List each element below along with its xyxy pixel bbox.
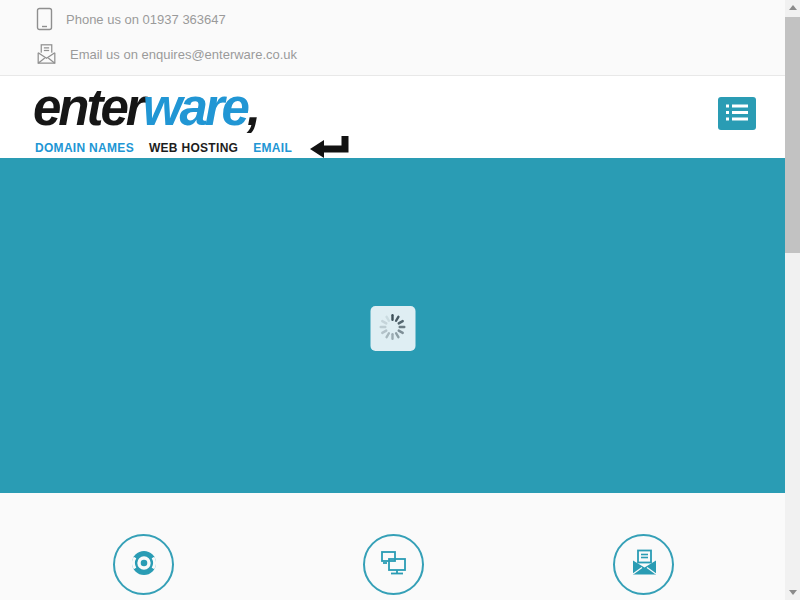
hero-slider [0, 158, 785, 493]
scroll-down-arrow-icon[interactable] [785, 585, 800, 600]
tagline-domain-names: DOMAIN NAMES [35, 141, 134, 155]
loading-spinner-icon [378, 312, 408, 346]
feature-support[interactable] [113, 534, 174, 595]
smartphone-icon [36, 7, 53, 31]
topbar: Phone us on 01937 363647 Email us on enq… [0, 0, 785, 76]
slider-loading-indicator [370, 306, 415, 351]
page: Phone us on 01937 363647 Email us on enq… [0, 0, 785, 600]
tagline-email: EMAIL [253, 141, 292, 155]
features-strip [0, 493, 785, 600]
site-header: enterware, DOMAIN NAMES WEB HOSTING EMAI… [0, 76, 785, 158]
phone-contact-link[interactable]: Phone us on 01937 363647 [36, 6, 226, 32]
scrollbar-track[interactable] [785, 0, 800, 600]
enterware-logo[interactable]: enterware, DOMAIN NAMES WEB HOSTING EMAI… [33, 84, 349, 163]
mail-icon [629, 548, 659, 582]
feature-web-hosting[interactable] [363, 534, 424, 595]
scrollbar-thumb[interactable] [785, 17, 800, 253]
email-contact-label: Email us on enquires@enterware.co.uk [70, 47, 297, 62]
phone-contact-label: Phone us on 01937 363647 [66, 12, 226, 27]
email-contact-link[interactable]: Email us on enquires@enterware.co.uk [36, 41, 297, 67]
logo-wordmark: enterware, [33, 84, 349, 132]
logo-comma: , [247, 79, 258, 136]
menu-button[interactable] [718, 97, 756, 130]
list-menu-icon [726, 104, 748, 124]
lifebuoy-icon [129, 548, 159, 582]
logo-word-enter: enter [33, 79, 143, 136]
feature-email[interactable] [613, 534, 674, 595]
logo-word-ware: ware [143, 79, 247, 136]
scroll-up-arrow-icon[interactable] [785, 0, 800, 15]
monitors-icon [379, 548, 409, 582]
tagline-web-hosting: WEB HOSTING [149, 141, 238, 155]
envelope-letter-icon [36, 43, 57, 65]
